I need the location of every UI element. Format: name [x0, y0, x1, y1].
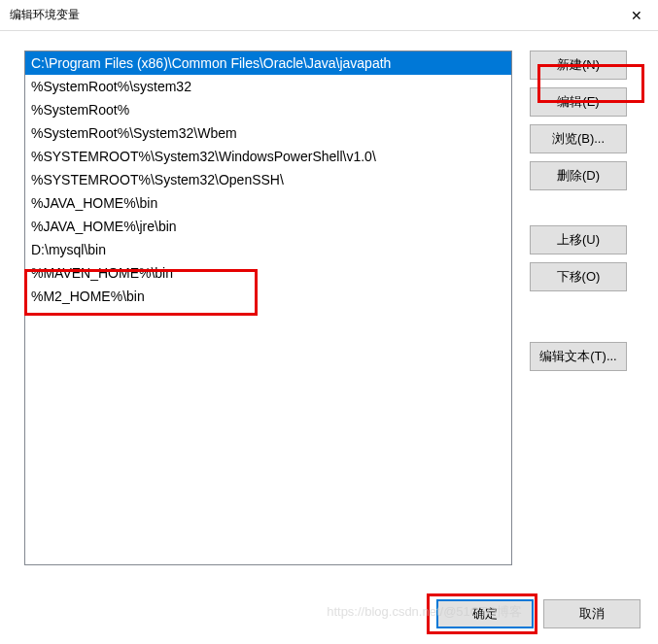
dialog-footer: 确定 取消	[436, 599, 641, 628]
edittext-button[interactable]: 编辑文本(T)...	[530, 342, 627, 371]
delete-button[interactable]: 删除(D)	[530, 161, 627, 190]
list-item[interactable]: %JAVA_HOME%\jre\bin	[25, 215, 511, 238]
list-item[interactable]: %MAVEN_HOME%\bin	[25, 261, 511, 285]
list-item[interactable]: %SystemRoot%	[25, 98, 511, 121]
close-icon: ✕	[631, 8, 642, 23]
list-item[interactable]: C:\Program Files (x86)\Common Files\Orac…	[25, 51, 511, 75]
browse-button[interactable]: 浏览(B)...	[530, 124, 627, 153]
window-title: 编辑环境变量	[10, 7, 80, 23]
list-item[interactable]: %SystemRoot%\System32\Wbem	[25, 121, 511, 145]
side-button-group: 新建(N) 编辑(E) 浏览(B)... 删除(D) 上移(U) 下移(O) 编…	[530, 51, 627, 565]
path-listbox[interactable]: C:\Program Files (x86)\Common Files\Orac…	[24, 51, 512, 565]
list-item[interactable]: %SYSTEMROOT%\System32\OpenSSH\	[25, 168, 511, 191]
titlebar: 编辑环境变量 ✕	[0, 0, 658, 31]
list-item[interactable]: %SYSTEMROOT%\System32\WindowsPowerShell\…	[25, 145, 511, 168]
list-item[interactable]: %SystemRoot%\system32	[25, 75, 511, 98]
new-button[interactable]: 新建(N)	[530, 51, 627, 80]
list-item[interactable]: %JAVA_HOME%\bin	[25, 191, 511, 215]
movedown-button[interactable]: 下移(O)	[530, 262, 627, 291]
dialog-content: C:\Program Files (x86)\Common Files\Orac…	[0, 31, 658, 575]
close-button[interactable]: ✕	[614, 0, 658, 31]
edit-button[interactable]: 编辑(E)	[530, 87, 627, 117]
moveup-button[interactable]: 上移(U)	[530, 225, 627, 254]
cancel-button[interactable]: 取消	[543, 599, 641, 628]
list-item[interactable]: %M2_HOME%\bin	[25, 285, 511, 308]
list-item[interactable]: D:\mysql\bin	[25, 238, 511, 261]
ok-button[interactable]: 确定	[436, 599, 534, 628]
